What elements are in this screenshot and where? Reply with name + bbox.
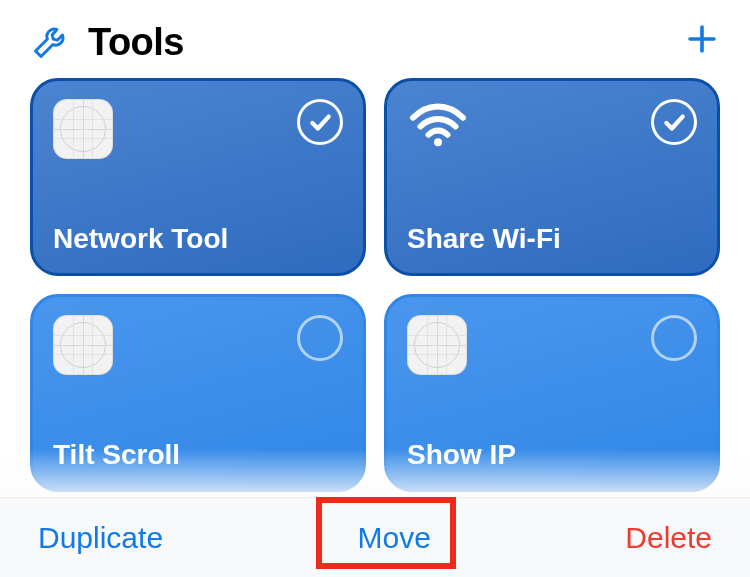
shortcut-card-share-wifi[interactable]: Share Wi-Fi	[384, 78, 720, 276]
delete-button[interactable]: Delete	[625, 521, 712, 555]
duplicate-button[interactable]: Duplicate	[38, 521, 163, 555]
svg-point-0	[434, 138, 442, 146]
card-title: Network Tool	[53, 223, 343, 255]
move-button[interactable]: Move	[358, 521, 431, 555]
app-icon	[407, 315, 467, 375]
card-title: Show IP	[407, 439, 697, 471]
card-title: Tilt Scroll	[53, 439, 343, 471]
unselected-circle-icon[interactable]	[297, 315, 343, 361]
shortcut-card-show-ip[interactable]: Show IP	[384, 294, 720, 492]
wifi-icon	[407, 99, 469, 153]
card-top-row	[53, 99, 343, 159]
page-title: Tools	[88, 21, 184, 64]
app-icon	[53, 99, 113, 159]
shortcut-card-tilt-scroll[interactable]: Tilt Scroll	[30, 294, 366, 492]
add-button[interactable]	[684, 20, 720, 64]
card-top-row	[407, 99, 697, 153]
app-icon	[53, 315, 113, 375]
header-left: Tools	[30, 18, 184, 66]
action-toolbar: Duplicate Move Delete	[0, 497, 750, 577]
card-top-row	[53, 315, 343, 375]
wrench-icon	[30, 18, 74, 66]
card-title: Share Wi-Fi	[407, 223, 697, 255]
selected-check-icon[interactable]	[297, 99, 343, 145]
shortcut-card-network-tool[interactable]: Network Tool	[30, 78, 366, 276]
shortcut-grid: Network Tool Share Wi-Fi	[30, 78, 720, 492]
screen: Tools Network Tool	[0, 0, 750, 577]
unselected-circle-icon[interactable]	[651, 315, 697, 361]
header: Tools	[0, 0, 750, 70]
card-top-row	[407, 315, 697, 375]
selected-check-icon[interactable]	[651, 99, 697, 145]
